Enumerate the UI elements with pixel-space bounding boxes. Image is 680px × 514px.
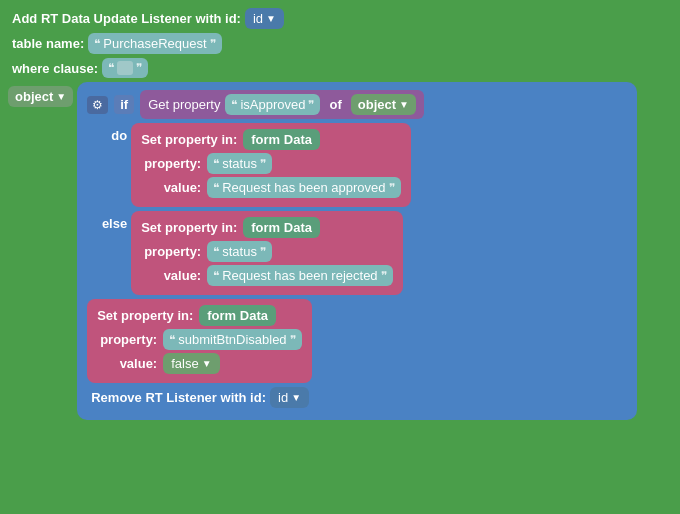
if-container: ⚙ if Get property ❝ isApproved ❞ of obje… (77, 82, 637, 420)
false-dropdown-arrow: ▼ (202, 358, 212, 369)
bottom-property-label: property: (97, 332, 157, 347)
do-property-label: property: (141, 156, 201, 171)
id-block[interactable]: id ▼ (245, 8, 284, 29)
where-placeholder (117, 61, 133, 75)
gear-icon[interactable]: ⚙ (87, 96, 108, 114)
else-value-label: value: (141, 268, 201, 283)
where-clause-label: where clause: (8, 61, 102, 76)
add-listener-label: Add RT Data Update Listener with id: (8, 11, 245, 26)
do-value-block[interactable]: ❝ Request has been approved ❞ (207, 177, 400, 198)
of-label: of (325, 97, 345, 112)
object-block-left[interactable]: object ▼ (8, 86, 73, 107)
table-name-block[interactable]: ❝ PurchaseRequest ❞ (88, 33, 221, 54)
bottom-set-property-block: Set property in: form Data property: ❝ s… (87, 299, 311, 383)
do-set-property-block: Set property in: form Data property: ❝ s… (131, 123, 410, 207)
else-label: else (87, 211, 127, 231)
object-dropdown-if: ▼ (399, 99, 409, 110)
else-set-in-label: Set property in: (141, 220, 237, 235)
id-dropdown-arrow: ▼ (266, 13, 276, 24)
remove-id-block[interactable]: id ▼ (270, 387, 309, 408)
else-property-label: property: (141, 244, 201, 259)
object-dropdown-left: ▼ (56, 91, 66, 102)
object-block-if[interactable]: object ▼ (351, 94, 416, 115)
else-set-property-block: Set property in: form Data property: ❝ s… (131, 211, 402, 295)
remove-id-dropdown-arrow: ▼ (291, 392, 301, 403)
else-status-block[interactable]: ❝ status ❞ (207, 241, 272, 262)
false-block[interactable]: false ▼ (163, 353, 219, 374)
do-value-label: value: (141, 180, 201, 195)
do-label: do (87, 123, 127, 143)
submit-btn-disabled-block[interactable]: ❝ submitBtnDisabled ❞ (163, 329, 301, 350)
is-approved-block[interactable]: ❝ isApproved ❞ (225, 94, 320, 115)
do-form-data[interactable]: form Data (243, 129, 320, 150)
do-set-in-label: Set property in: (141, 132, 237, 147)
else-value-block[interactable]: ❝ Request has been rejected ❞ (207, 265, 392, 286)
bottom-value-label: value: (97, 356, 157, 371)
remove-listener-label: Remove RT Listener with id: (87, 390, 270, 405)
bottom-set-in-label: Set property in: (97, 308, 193, 323)
table-name-label: table name: (8, 36, 88, 51)
else-form-data[interactable]: form Data (243, 217, 320, 238)
get-property-block[interactable]: Get property ❝ isApproved ❞ of object ▼ (140, 90, 424, 119)
where-clause-block[interactable]: ❝ ❞ (102, 58, 148, 78)
if-label: if (114, 95, 134, 114)
bottom-form-data[interactable]: form Data (199, 305, 276, 326)
do-status-block[interactable]: ❝ status ❞ (207, 153, 272, 174)
